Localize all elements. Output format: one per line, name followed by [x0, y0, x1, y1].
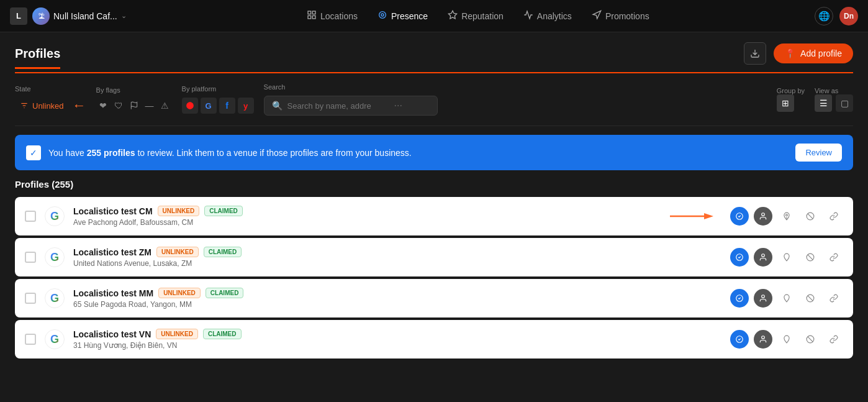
platform-filter: By platform G f y — [182, 85, 254, 114]
profile-checkbox-4[interactable] — [25, 334, 36, 345]
view-list-icon[interactable]: ☰ — [815, 94, 832, 112]
svg-line-19 — [808, 255, 813, 260]
search-input[interactable] — [287, 101, 387, 111]
add-location-action-1[interactable] — [777, 207, 796, 226]
profile-checkbox-1[interactable] — [25, 211, 36, 222]
language-selector[interactable]: 🌐 — [815, 7, 833, 25]
download-button[interactable] — [744, 42, 766, 65]
warning-flag-icon[interactable]: ⚠ — [158, 99, 172, 112]
view-controls: Group by ⊞ View as ☰ ▢ — [777, 87, 853, 112]
facebook-platform-icon[interactable]: f — [219, 98, 235, 114]
search-more-icon[interactable]: ··· — [394, 100, 402, 111]
user-avatar[interactable]: Dn — [839, 7, 858, 25]
group-by-grid-icon[interactable]: ⊞ — [777, 94, 794, 112]
nav-item-analytics[interactable]: Analytics — [515, 6, 581, 26]
svg-rect-1 — [312, 11, 315, 14]
profile-actions-4 — [730, 330, 843, 349]
main-content: Profiles 📍 Add profile State — [0, 32, 868, 359]
profile-actions-3 — [730, 289, 843, 308]
svg-rect-0 — [308, 11, 311, 14]
slash-icon-3 — [806, 294, 815, 303]
add-location-action-3[interactable] — [777, 289, 796, 308]
profile-info-3: Localistico test MM UNLINKED CLAIMED 65 … — [73, 288, 721, 309]
profile-checkbox-2[interactable] — [25, 252, 36, 263]
profile-info-1: Localistico test CM UNLINKED CLAIMED Ave… — [73, 206, 658, 227]
location-icon-3 — [782, 294, 791, 303]
unlink-action-4[interactable] — [801, 330, 820, 349]
heart-flag-icon[interactable]: ❤ — [96, 99, 110, 112]
profile-name-2: Localistico test ZM — [73, 247, 151, 257]
profile-info-4: Localistico test VN UNLINKED CLAIMED 31 … — [73, 329, 721, 350]
nav-item-reputation[interactable]: Reputation — [439, 6, 512, 26]
add-location-action-4[interactable] — [777, 330, 796, 349]
link-icon-3 — [830, 294, 838, 303]
flag-flag-icon[interactable] — [127, 99, 141, 112]
verify-icon-2 — [735, 253, 744, 262]
dash-flag-icon[interactable]: — — [143, 99, 156, 112]
svg-point-23 — [762, 336, 765, 339]
platform-filter-label: By platform — [182, 85, 254, 93]
banner-check-icon: ✓ — [26, 145, 41, 160]
nav-item-promotions-label: Promotions — [605, 11, 649, 21]
arrow-annotation-row1 — [667, 210, 717, 222]
google-platform-logo-4: G — [45, 329, 65, 349]
group-by-control: Group by ⊞ — [777, 87, 805, 112]
slash-icon — [806, 212, 815, 221]
shield-flag-icon[interactable]: 🛡 — [112, 99, 125, 112]
profile-actions-2 — [730, 248, 843, 267]
add-location-action-2[interactable] — [777, 248, 796, 267]
yelp2-platform-icon[interactable]: y — [238, 98, 254, 114]
profile-address-3: 65 Sule Pagoda Road, Yangon, MM — [73, 300, 721, 309]
search-filter: Search 🔍 ··· — [264, 83, 767, 116]
table-row: G Localistico test ZM UNLINKED CLAIMED U… — [15, 238, 853, 276]
claimed-badge-4: CLAIMED — [203, 329, 242, 339]
nav-item-promotions[interactable]: Promotions — [583, 6, 658, 26]
pin-icon: 📍 — [785, 48, 795, 58]
nav-item-locations[interactable]: Locations — [298, 6, 366, 26]
svg-line-22 — [808, 296, 813, 301]
profile-name-row-3: Localistico test MM UNLINKED CLAIMED — [73, 288, 721, 298]
google-platform-icon[interactable]: G — [201, 98, 217, 114]
verify-check-icon — [735, 212, 744, 221]
svg-rect-3 — [312, 16, 315, 19]
link-action-3[interactable] — [825, 289, 843, 308]
review-button[interactable]: Review — [795, 144, 842, 162]
app-logo: L — [10, 7, 27, 25]
profile-name-1: Localistico test CM — [73, 206, 153, 216]
platform-icon-group: G f y — [182, 98, 254, 114]
svg-point-4 — [381, 14, 384, 16]
unlink-action-1[interactable] — [801, 207, 820, 226]
user-action-3[interactable] — [754, 289, 772, 308]
brand-selector[interactable]: 🏝 Null Island Caf... ⌄ — [32, 7, 127, 25]
add-profile-button[interactable]: 📍 Add profile — [774, 43, 853, 63]
link-action-1[interactable] — [825, 207, 843, 226]
header-actions: 📍 Add profile — [744, 42, 853, 65]
link-icon-4 — [830, 335, 838, 344]
claimed-badge-1: CLAIMED — [204, 206, 243, 216]
user-action-1[interactable] — [754, 207, 772, 226]
nav-item-presence[interactable]: Presence — [369, 6, 436, 26]
user-action-2[interactable] — [754, 248, 772, 267]
state-filter-value: Unlinked — [32, 101, 64, 111]
unlink-action-2[interactable] — [801, 248, 820, 267]
state-filter-controls: Unlinked ← — [15, 98, 86, 114]
add-location-icon — [782, 212, 791, 221]
verify-action-3[interactable] — [730, 289, 749, 308]
group-by-icons: ⊞ — [777, 94, 805, 112]
verify-action-1[interactable] — [730, 207, 749, 226]
state-filter-button[interactable]: Unlinked — [15, 99, 69, 113]
arrow-annotation-state: ← — [73, 98, 86, 114]
analytics-icon — [523, 10, 533, 22]
user-icon-3 — [759, 294, 767, 303]
unlink-action-3[interactable] — [801, 289, 820, 308]
link-action-2[interactable] — [825, 248, 843, 267]
view-card-icon[interactable]: ▢ — [836, 94, 853, 112]
link-action-4[interactable] — [825, 330, 843, 349]
user-action-4[interactable] — [754, 330, 772, 349]
svg-point-20 — [762, 295, 765, 298]
profile-checkbox-3[interactable] — [25, 293, 36, 304]
verify-action-4[interactable] — [730, 330, 749, 349]
profile-name-row-2: Localistico test ZM UNLINKED CLAIMED — [73, 247, 721, 257]
yelp-platform-icon[interactable] — [182, 98, 198, 114]
verify-action-2[interactable] — [730, 248, 749, 267]
